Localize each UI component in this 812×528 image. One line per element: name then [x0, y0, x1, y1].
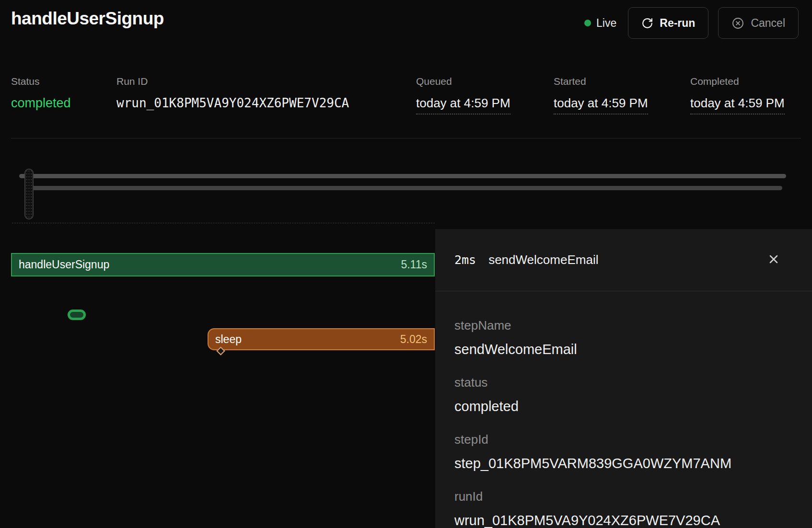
- live-status: Live: [584, 17, 616, 30]
- live-dot-icon: [584, 20, 591, 26]
- queued-value[interactable]: today at 4:59 PM: [416, 96, 510, 115]
- field-step-name: stepName sendWelcomeEmail: [454, 318, 793, 357]
- field-run-id-value: wrun_01K8PM5VA9Y024XZ6PWE7V29CA: [454, 513, 793, 528]
- topbar-actions: Live Re-run Cancel: [584, 7, 799, 39]
- circled-x-icon: [731, 17, 744, 30]
- field-status-value: completed: [454, 399, 793, 414]
- waterfall-top-border: [12, 223, 435, 223]
- root-step-bar[interactable]: handleUserSignup 5.11s: [11, 253, 435, 276]
- field-step-id-label: stepId: [454, 432, 793, 447]
- meta-completed: Completed today at 4:59 PM: [690, 76, 739, 87]
- run-detail-page: { "header": { "title": "handleUserSignup…: [0, 0, 812, 528]
- run-id-value: wrun_01K8PM5VA9Y024XZ6PWE7V29CA: [116, 96, 349, 110]
- field-step-name-label: stepName: [454, 318, 793, 333]
- minimap-bar-sleep[interactable]: [27, 186, 782, 190]
- step-detail-body: stepName sendWelcomeEmail status complet…: [435, 291, 812, 528]
- status-value: completed: [11, 96, 71, 111]
- field-step-id-value: step_01K8PM5VARM839GGA0WZYM7ANM: [454, 456, 793, 471]
- root-step-duration: 5.11s: [401, 258, 427, 271]
- refresh-icon: [641, 17, 653, 29]
- step-duration-badge: 2ms: [454, 253, 476, 267]
- step-detail-title: sendWelcomeEmail: [488, 253, 598, 267]
- sleep-step-label: sleep: [215, 333, 242, 346]
- minimap-brush-handle[interactable]: [24, 169, 34, 219]
- rerun-label: Re-run: [660, 17, 695, 30]
- rerun-button[interactable]: Re-run: [628, 7, 708, 39]
- meta-started: Started today at 4:59 PM: [554, 76, 586, 87]
- cancel-button[interactable]: Cancel: [718, 7, 799, 39]
- live-label: Live: [596, 17, 616, 30]
- step-detail-header: 2ms sendWelcomeEmail: [435, 229, 812, 291]
- completed-label: Completed: [690, 76, 739, 87]
- run-title: handleUserSignup: [11, 9, 164, 29]
- close-icon: [767, 253, 780, 267]
- field-run-id: runId wrun_01K8PM5VA9Y024XZ6PWE7V29CA: [454, 489, 793, 528]
- started-label: Started: [554, 76, 586, 87]
- status-label: Status: [11, 76, 40, 87]
- root-step-label: handleUserSignup: [19, 258, 109, 271]
- minimap-bar-root[interactable]: [19, 174, 786, 178]
- queued-label: Queued: [416, 76, 452, 87]
- field-status-label: status: [454, 375, 793, 390]
- run-id-label: Run ID: [116, 76, 148, 87]
- selected-step-pill[interactable]: [68, 310, 86, 320]
- field-step-id: stepId step_01K8PM5VARM839GGA0WZYM7ANM: [454, 432, 793, 471]
- field-status: status completed: [454, 375, 793, 414]
- meta-status: Status completed: [11, 76, 40, 87]
- header-divider: [11, 138, 801, 138]
- close-panel-button[interactable]: [765, 251, 782, 269]
- step-detail-panel: 2ms sendWelcomeEmail stepName sendWelcom…: [435, 229, 812, 528]
- sleep-step-duration: 5.02s: [400, 333, 427, 346]
- completed-value[interactable]: today at 4:59 PM: [690, 96, 785, 115]
- meta-run-id: Run ID wrun_01K8PM5VA9Y024XZ6PWE7V29CA: [116, 76, 148, 87]
- field-run-id-label: runId: [454, 489, 793, 504]
- field-step-name-value: sendWelcomeEmail: [454, 342, 793, 357]
- meta-queued: Queued today at 4:59 PM: [416, 76, 452, 87]
- sleep-step-bar[interactable]: sleep 5.02s: [208, 328, 435, 350]
- cancel-label: Cancel: [751, 17, 785, 30]
- started-value[interactable]: today at 4:59 PM: [554, 96, 648, 115]
